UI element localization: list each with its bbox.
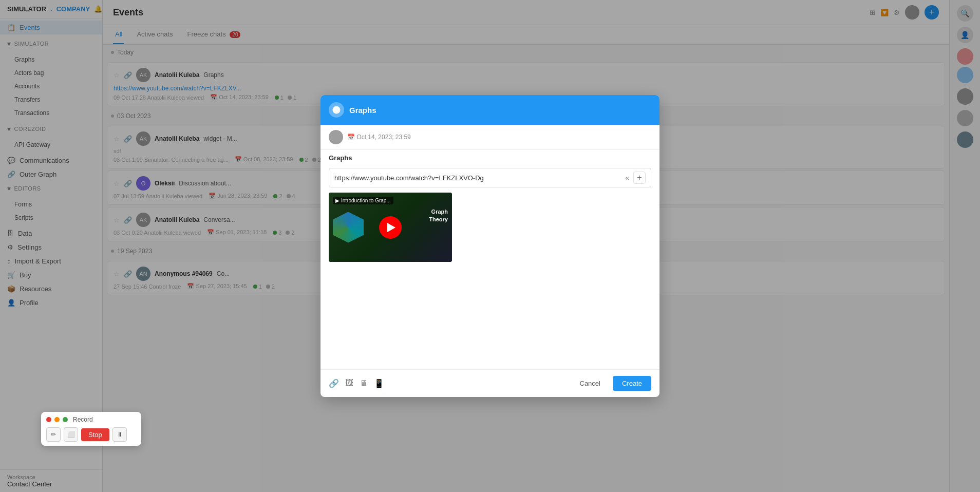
- create-button[interactable]: Create: [613, 376, 651, 391]
- record-label: Record: [73, 416, 93, 423]
- play-button[interactable]: [379, 216, 402, 239]
- modal-header: Graphs: [321, 95, 659, 125]
- screen-icon[interactable]: 🖥: [360, 379, 368, 388]
- modal-footer: 🔗 🖼 🖥 📱 Cancel Create: [321, 369, 659, 397]
- square-button[interactable]: ⬜: [64, 427, 78, 442]
- record-controls: ✏ ⬜ Stop ⏸: [46, 427, 136, 442]
- play-triangle-icon: [387, 223, 395, 232]
- pencil-button[interactable]: ✏: [46, 427, 61, 442]
- record-titlebar: Record: [46, 416, 136, 423]
- modal-title: Graphs: [349, 106, 376, 115]
- url-bar: « +: [329, 168, 651, 187]
- video-title-line2: Theory: [429, 216, 448, 223]
- video-text: Graph Theory: [429, 208, 448, 224]
- close-dot[interactable]: [46, 417, 51, 422]
- minimize-dot[interactable]: [54, 417, 60, 422]
- video-preview[interactable]: Graph Theory ▶ Introduction to Grap...: [329, 193, 452, 262]
- modal-section-label: Graphs: [321, 150, 659, 164]
- modal-sub-avatar: [329, 130, 343, 144]
- stop-button[interactable]: Stop: [81, 428, 109, 441]
- svg-point-0: [333, 106, 341, 114]
- image-icon[interactable]: 🖼: [345, 379, 353, 388]
- attachment-icon[interactable]: 🔗: [329, 379, 339, 388]
- video-channel-icon: ▶: [335, 198, 340, 203]
- video-channel-name: Introduction to Grap...: [341, 198, 391, 203]
- maximize-dot[interactable]: [63, 417, 68, 422]
- video-channel-label: ▶ Introduction to Grap...: [333, 197, 393, 204]
- add-url-button[interactable]: +: [633, 172, 646, 184]
- modal-overlay: Graphs 📅 Oct 14, 2023; 23:59 Graphs « +: [0, 0, 980, 492]
- modal-body: « + Graph Theory ▶ Introduction to Grap.…: [321, 164, 659, 369]
- record-widget: Record ✏ ⬜ Stop ⏸: [41, 412, 141, 446]
- graph-decoration: [333, 212, 364, 243]
- device-icon[interactable]: 📱: [374, 379, 384, 388]
- modal-timestamp: 📅 Oct 14, 2023; 23:59: [347, 134, 411, 141]
- url-input[interactable]: [334, 172, 620, 184]
- pause-button[interactable]: ⏸: [112, 427, 127, 442]
- modal-dialog: Graphs 📅 Oct 14, 2023; 23:59 Graphs « +: [321, 95, 659, 397]
- modal-header-avatar: [329, 102, 344, 118]
- collapse-button[interactable]: «: [625, 174, 629, 182]
- footer-icons: 🔗 🖼 🖥 📱: [329, 379, 384, 388]
- cancel-button[interactable]: Cancel: [573, 376, 608, 391]
- footer-actions: Cancel Create: [573, 376, 652, 391]
- video-title-line1: Graph: [429, 208, 448, 216]
- modal-subheader: 📅 Oct 14, 2023; 23:59: [321, 125, 659, 150]
